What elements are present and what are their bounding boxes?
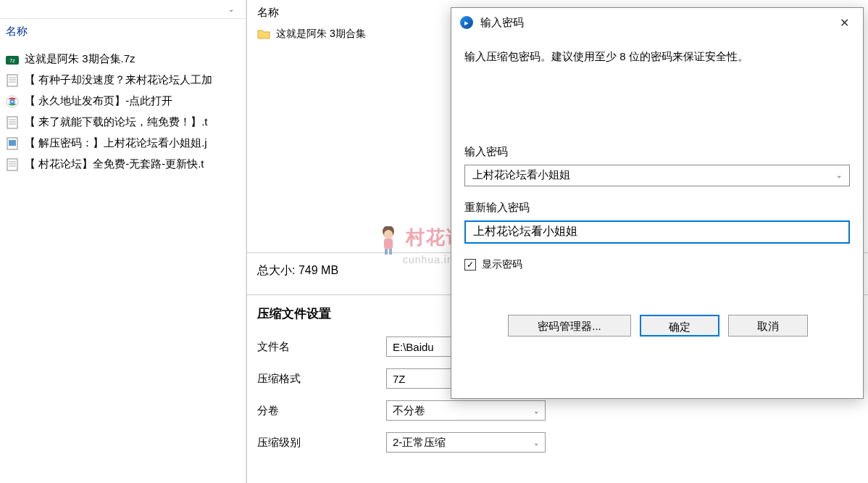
svg-rect-2 — [7, 75, 17, 86]
dialog-body: 输入压缩包密码。建议使用至少 8 位的密码来保证安全性。 输入密码 上村花论坛看… — [451, 37, 863, 348]
cancel-button[interactable]: 取消 — [728, 315, 808, 337]
split-label: 分卷 — [257, 404, 380, 418]
list-item[interactable]: 【 来了就能下载的论坛，纯免费！】.t — [0, 112, 246, 133]
app-icon: ▸ — [460, 16, 473, 29]
total-size-value: 749 MB — [299, 264, 338, 276]
file-name: 【 永久地址发布页】-点此打开 — [25, 94, 172, 108]
show-password-row[interactable]: ✓ 显示密码 — [464, 258, 850, 271]
level-label: 压缩级别 — [257, 436, 380, 450]
total-size-label: 总大小: — [257, 264, 295, 276]
file-name: 【 有种子却没速度？来村花论坛人工加 — [25, 73, 212, 87]
image-file-icon — [6, 137, 19, 150]
show-password-label: 显示密码 — [482, 258, 522, 271]
file-list: 7z 这就是阿朱 3期合集.7z 【 有种子却没速度？来村花论坛人工加 【 永久… — [0, 44, 246, 179]
list-item[interactable]: 【 永久地址发布页】-点此打开 — [0, 91, 246, 112]
level-value: 2-正常压缩 — [393, 436, 446, 450]
split-row: 分卷 不分卷 ⌄ — [257, 400, 858, 421]
level-select[interactable]: 2-正常压缩 ⌄ — [386, 432, 546, 453]
explorer-header: ⌄ — [0, 0, 246, 19]
html-file-icon — [6, 95, 19, 108]
format-label: 压缩格式 — [257, 372, 380, 386]
split-value: 不分卷 — [393, 404, 425, 418]
dialog-titlebar[interactable]: ▸ 输入密码 ✕ — [451, 8, 863, 37]
confirm-label: 重新输入密码 — [464, 201, 850, 215]
dialog-button-row: 密码管理器... 确定 取消 — [464, 315, 850, 337]
list-item[interactable]: 【 有种子却没速度？来村花论坛人工加 — [0, 70, 246, 91]
password-combo-value: 上村花论坛看小姐姐 — [472, 168, 570, 182]
svg-rect-9 — [7, 117, 17, 128]
chevron-down-icon: ⌄ — [836, 171, 842, 179]
filename-label: 文件名 — [257, 340, 380, 354]
list-item[interactable]: 7z 这就是阿朱 3期合集.7z — [0, 49, 246, 70]
file-name: 【 村花论坛】全免费-无套路-更新快.t — [25, 157, 204, 171]
text-file-icon — [6, 158, 19, 171]
folder-name: 这就是阿朱 3期合集 — [276, 28, 366, 41]
split-select[interactable]: 不分卷 ⌄ — [386, 400, 546, 421]
file-name: 这就是阿朱 3期合集.7z — [25, 52, 135, 66]
show-password-checkbox[interactable]: ✓ — [464, 259, 476, 271]
password-combobox[interactable]: 上村花论坛看小姐姐 ⌄ — [464, 165, 850, 186]
password-dialog: ▸ 输入密码 ✕ 输入压缩包密码。建议使用至少 8 位的密码来保证安全性。 输入… — [451, 7, 864, 399]
file-name: 【 解压密码：】上村花论坛看小姐姐.j — [25, 136, 207, 150]
ok-button[interactable]: 确定 — [640, 315, 719, 337]
text-file-icon — [6, 116, 19, 129]
list-item[interactable]: 【 村花论坛】全免费-无套路-更新快.t — [0, 154, 246, 175]
filename-value: E:\Baidu — [393, 341, 434, 353]
file-name: 【 来了就能下载的论坛，纯免费！】.t — [25, 115, 208, 129]
file-explorer-panel: ⌄ 名称 7z 这就是阿朱 3期合集.7z 【 有种子却没速度？来村花论坛人工加… — [0, 0, 246, 483]
confirm-password-input[interactable] — [464, 220, 850, 244]
svg-rect-14 — [9, 140, 16, 146]
folder-icon — [257, 29, 270, 39]
chevron-down-icon[interactable]: ⌄ — [228, 5, 234, 13]
password-manager-button[interactable]: 密码管理器... — [508, 315, 631, 337]
dialog-title: 输入密码 — [480, 16, 524, 30]
close-icon[interactable]: ✕ — [834, 12, 854, 33]
svg-point-8 — [12, 100, 14, 102]
dialog-instruction: 输入压缩包密码。建议使用至少 8 位的密码来保证安全性。 — [464, 49, 850, 65]
format-value: 7Z — [393, 373, 406, 385]
level-row: 压缩级别 2-正常压缩 ⌄ — [257, 432, 858, 453]
archive-7z-icon: 7z — [6, 53, 19, 66]
svg-rect-15 — [7, 159, 17, 170]
chevron-down-icon: ⌄ — [533, 407, 539, 415]
svg-text:7z: 7z — [9, 58, 15, 63]
password-label: 输入密码 — [464, 145, 850, 159]
text-file-icon — [6, 74, 19, 87]
column-header-name[interactable]: 名称 — [0, 19, 246, 44]
list-item[interactable]: 【 解压密码：】上村花论坛看小姐姐.j — [0, 133, 246, 154]
chevron-down-icon: ⌄ — [533, 439, 539, 447]
